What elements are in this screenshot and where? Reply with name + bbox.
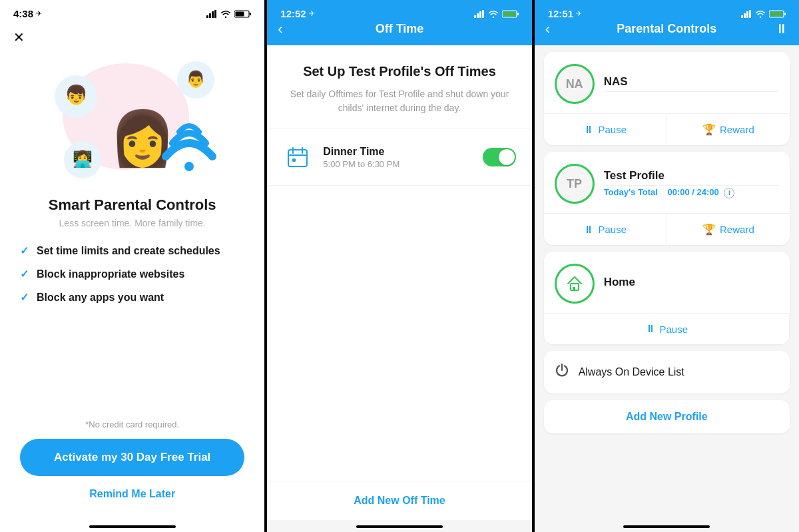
pause-icon-nas: ⏸ [583, 124, 594, 136]
panel-parental-controls-main: 12:51 ✈ ‹ Parental Controls [535, 0, 799, 532]
illustration: 👦 👩‍💻 👨 👩 [39, 43, 226, 190]
hero-illustration: 👦 👩‍💻 👨 👩 [39, 43, 226, 190]
location-icon-3: ✈ [576, 9, 582, 18]
pause-header-icon[interactable]: ⏸ [775, 21, 788, 37]
divider-test [604, 185, 779, 186]
status-icons-1 [206, 10, 251, 18]
svg-rect-35 [770, 11, 782, 16]
app-title: Smart Parental Controls [49, 196, 216, 214]
svg-point-15 [184, 162, 194, 171]
profile-details-test: Test Profile Today's Total 00:00 / 24:00… [604, 169, 779, 198]
svg-rect-37 [573, 287, 575, 290]
header-2: ‹ Off Time [267, 22, 531, 45]
offtime-title: Set Up Test Profile's Off Times [283, 64, 515, 79]
check-icon-3: ✓ [20, 291, 29, 304]
status-bar-3: 12:51 ✈ [535, 0, 799, 22]
pause-button-test[interactable]: ⏸ Pause [544, 214, 667, 245]
svg-rect-24 [288, 150, 307, 166]
trial-button[interactable]: Activate my 30 Day Free Trial [20, 439, 244, 476]
pause-icon-test: ⏸ [583, 224, 594, 236]
svg-rect-17 [477, 13, 479, 18]
profile-name-nas: NAS [604, 75, 779, 89]
profile-name-home: Home [604, 276, 779, 289]
battery-icon-2 [502, 10, 519, 18]
feature-text-2: Block inappropriate websites [37, 268, 184, 280]
back-button-3[interactable]: ‹ [545, 21, 550, 38]
always-on-card[interactable]: Always On Device List [544, 351, 790, 394]
home-svg [565, 274, 584, 293]
profile-details-home: Home [604, 276, 779, 292]
features-list: ✓ Set time limits and create schedules ✓… [20, 244, 244, 304]
back-button-2[interactable]: ‹ [278, 21, 282, 38]
check-icon-2: ✓ [20, 268, 29, 280]
divider-nas [604, 91, 779, 92]
signal-icon-3 [741, 10, 752, 18]
reward-button-nas[interactable]: 🏆 Reward [667, 114, 790, 145]
profile-card-nas: NA NAS ⏸ Pause 🏆 Reward [544, 52, 790, 145]
signal-icon-1 [206, 10, 217, 18]
app-subtitle: Less screen time. More family time. [59, 218, 206, 228]
close-button[interactable]: ✕ [13, 29, 25, 45]
signal-icon-2 [474, 10, 485, 18]
no-credit-text: *No credit card required. [85, 419, 179, 429]
svg-rect-21 [517, 13, 519, 15]
svg-rect-19 [482, 10, 484, 18]
dinner-time-toggle[interactable] [483, 148, 516, 166]
avatar-test: TP [555, 164, 595, 204]
avatar-home [555, 264, 595, 304]
location-icon-2: ✈ [309, 9, 315, 18]
panel2-body: Set Up Test Profile's Off Times Set dail… [267, 45, 531, 520]
pause-button-nas[interactable]: ⏸ Pause [544, 114, 667, 145]
profile-card-test: TP Test Profile Today's Total 00:00 / 24… [544, 152, 790, 245]
reward-icon-test: 🏆 [702, 223, 716, 236]
always-on-text: Always On Device List [579, 366, 684, 378]
svg-rect-16 [474, 15, 476, 18]
time-2: 12:52 [280, 8, 306, 19]
profile-name-test: Test Profile [604, 169, 779, 182]
profile-actions-test: ⏸ Pause 🏆 Reward [544, 213, 790, 245]
wifi-icon-3 [755, 10, 766, 18]
offtime-item-dinner: Dinner Time 5:00 PM to 6:30 PM [267, 129, 531, 186]
svg-rect-32 [749, 10, 751, 18]
profile-info-test: TP Test Profile Today's Total 00:00 / 24… [544, 152, 790, 213]
offtime-info: Dinner Time 5:00 PM to 6:30 PM [323, 146, 471, 169]
svg-rect-2 [212, 11, 214, 18]
profile-info-nas: NA NAS [544, 52, 790, 113]
svg-rect-18 [479, 11, 481, 18]
profile-time-test: Today's Total 00:00 / 24:00 i [604, 187, 779, 198]
profile-info-home: Home [544, 252, 790, 313]
remind-later-link[interactable]: Remind Me Later [89, 488, 175, 500]
calendar-svg [287, 146, 308, 168]
header-title-2: Off Time [376, 22, 424, 36]
panel1-content: Smart Parental Controls Less screen time… [0, 190, 264, 520]
svg-rect-28 [292, 158, 296, 162]
status-bar-2: 12:52 ✈ [267, 0, 531, 22]
pause-icon-home: ⏸ [645, 323, 656, 335]
feature-item-1: ✓ Set time limits and create schedules [20, 244, 244, 257]
offtime-name: Dinner Time [323, 146, 471, 158]
add-offtime-button[interactable]: Add New Off Time [267, 481, 531, 520]
feature-text-3: Block any apps you want [37, 292, 164, 304]
svg-rect-1 [209, 13, 211, 18]
profile-actions-home: ⏸ Pause [544, 313, 790, 344]
svg-rect-0 [206, 15, 208, 18]
time-3: 12:51 [548, 8, 573, 19]
info-icon-test[interactable]: i [724, 188, 734, 198]
svg-rect-29 [741, 15, 743, 18]
profile-details-nas: NAS [604, 75, 779, 93]
svg-text:👦: 👦 [64, 84, 87, 106]
reward-button-test[interactable]: 🏆 Reward [667, 214, 790, 245]
add-profile-button[interactable]: Add New Profile [544, 400, 790, 433]
panel-off-time: 12:52 ✈ ‹ Off Time [267, 0, 531, 532]
offtime-header: Set Up Test Profile's Off Times Set dail… [267, 45, 531, 129]
trial-section: *No credit card required. Activate my 30… [20, 419, 244, 520]
svg-rect-34 [784, 13, 786, 15]
feature-text-1: Set time limits and create schedules [37, 245, 220, 257]
offtime-description: Set daily Offtimes for Test Profile and … [283, 87, 515, 115]
pause-button-home[interactable]: ⏸ Pause [544, 314, 790, 344]
panel3-body: NA NAS ⏸ Pause 🏆 Reward [535, 45, 799, 520]
avatar-nas: NA [555, 64, 595, 104]
feature-item-3: ✓ Block any apps you want [20, 291, 244, 304]
svg-rect-23 [515, 11, 516, 16]
home-indicator-3 [623, 525, 710, 528]
